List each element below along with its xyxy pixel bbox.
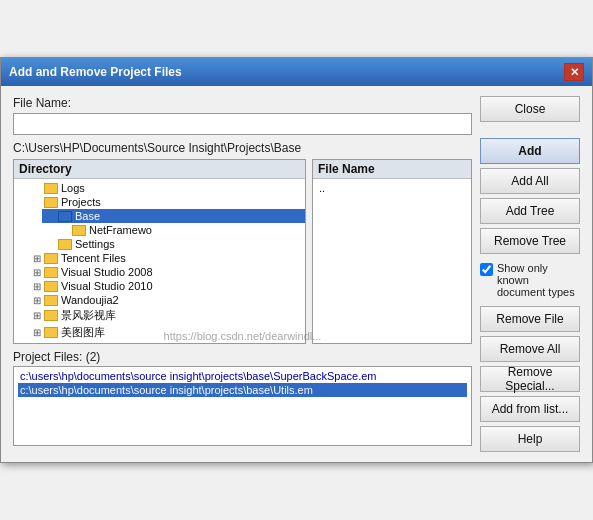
folder-icon-base [58,211,72,222]
tree-item-settings[interactable]: Settings [42,237,305,251]
expand-icon-vs2010: ⊞ [30,281,44,292]
show-known-types-checkbox[interactable] [480,263,493,276]
remove-file-button[interactable]: Remove File [480,306,580,332]
tree-label-tencent: Tencent Files [61,252,126,264]
tree-label-wandoujia: Wandoujia2 [61,294,119,306]
project-file-item-0[interactable]: c:\users\hp\documents\source insight\pro… [18,369,467,383]
tree-area[interactable]: Logs Projects [14,179,305,340]
dialog-title: Add and Remove Project Files [9,65,564,79]
project-files-section: Project Files: (2) c:\users\hp\documents… [13,350,472,446]
expand-icon-meitu: ⊞ [30,327,44,338]
tree-label-vs2008: Visual Studio 2008 [61,266,153,278]
expand-icon-vs2008: ⊞ [30,267,44,278]
right-panel: Close Add Add All Add Tree Remove Tree S… [480,96,580,452]
folder-icon-meitu [44,327,58,338]
tree-item-projects[interactable]: Projects [28,195,305,209]
dialog: Add and Remove Project Files ✕ File Name… [0,57,593,463]
dialog-body: File Name: C:\Users\HP\Documents\Source … [1,86,592,462]
tree-label-jingfeng: 景风影视库 [61,308,116,323]
tree-item-tencent[interactable]: ⊞ Tencent Files [28,251,305,265]
close-button[interactable]: Close [480,96,580,122]
tree-item-wandoujia[interactable]: ⊞ Wandoujia2 [28,293,305,307]
folder-icon-projects [44,197,58,208]
directory-panel[interactable]: Directory Logs [13,159,306,344]
tree-item-jingfeng[interactable]: ⊞ 景风影视库 [28,307,305,324]
project-file-item-1[interactable]: c:\users\hp\documents\source insight\pro… [18,383,467,397]
expand-icon-tencent: ⊞ [30,253,44,264]
close-x-button[interactable]: ✕ [564,63,584,81]
file-name-label: File Name: [13,96,472,110]
project-files-list[interactable]: c:\users\hp\documents\source insight\pro… [13,366,472,446]
tree-item-vs2010[interactable]: ⊞ Visual Studio 2010 [28,279,305,293]
folder-icon-logs [44,183,58,194]
remove-tree-button[interactable]: Remove Tree [480,228,580,254]
tree-label-projects: Projects [61,196,101,208]
filename-header: File Name [313,160,471,179]
tree-item-base[interactable]: Base [42,209,305,223]
title-bar: Add and Remove Project Files ✕ [1,58,592,86]
right-bottom-buttons: Remove File Remove All Remove Special...… [480,306,580,452]
expand-icon-wandoujia: ⊞ [30,295,44,306]
expand-icon-jingfeng: ⊞ [30,310,44,321]
folder-icon-vs2008 [44,267,58,278]
left-panel: File Name: C:\Users\HP\Documents\Source … [13,96,472,446]
tree-item-meitu[interactable]: ⊞ 美图图库 [28,324,305,340]
folder-icon-vs2010 [44,281,58,292]
folder-icon-tencent [44,253,58,264]
tree-label-vs2010: Visual Studio 2010 [61,280,153,292]
add-tree-button[interactable]: Add Tree [480,198,580,224]
filename-item-dotdot[interactable]: .. [317,181,467,195]
show-known-types-checkbox-row: Show only known document types [480,262,580,298]
path-label: C:\Users\HP\Documents\Source Insight\Pro… [13,141,472,155]
remove-all-button[interactable]: Remove All [480,336,580,362]
show-known-types-label: Show only known document types [497,262,580,298]
tree-label-logs: Logs [61,182,85,194]
tree-item-logs[interactable]: Logs [28,181,305,195]
filename-area[interactable]: .. [313,179,471,340]
folder-icon-settings [58,239,72,250]
tree-label-settings: Settings [75,238,115,250]
tree-label-meitu: 美图图库 [61,325,105,340]
add-from-list-button[interactable]: Add from list... [480,396,580,422]
tree-item-netframework[interactable]: NetFramewo [56,223,305,237]
remove-special-button[interactable]: Remove Special... [480,366,580,392]
add-button[interactable]: Add [480,138,580,164]
project-files-label: Project Files: (2) [13,350,472,364]
directory-header: Directory [14,160,305,179]
file-name-input[interactable] [13,113,472,135]
panels-row: Directory Logs [13,159,472,344]
add-all-button[interactable]: Add All [480,168,580,194]
tree-label-base: Base [75,210,100,222]
folder-icon-netframework [72,225,86,236]
help-button[interactable]: Help [480,426,580,452]
folder-icon-wandoujia [44,295,58,306]
tree-label-netframework: NetFramewo [89,224,152,236]
folder-icon-jingfeng [44,310,58,321]
tree-item-vs2008[interactable]: ⊞ Visual Studio 2008 [28,265,305,279]
filename-panel[interactable]: File Name .. [312,159,472,344]
